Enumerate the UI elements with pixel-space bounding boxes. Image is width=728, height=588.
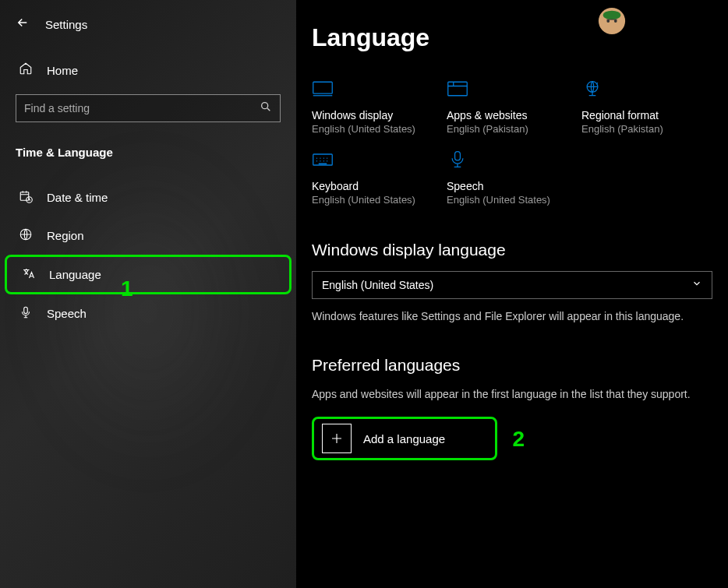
tile-title: Speech <box>447 180 575 192</box>
search-input[interactable] <box>24 102 260 114</box>
microphone-icon <box>447 150 575 172</box>
microphone-icon <box>19 305 33 322</box>
tile-title: Regional format <box>581 109 710 121</box>
language-icon <box>21 266 35 283</box>
tile-windows-display[interactable]: Windows display English (United States) <box>312 79 440 135</box>
display-language-help: Windows features like Settings and File … <box>312 308 701 325</box>
display-language-section-title: Windows display language <box>312 241 712 259</box>
svg-point-8 <box>614 19 617 23</box>
tile-subtitle: English (Pakistan) <box>447 123 575 135</box>
svg-rect-13 <box>455 152 461 160</box>
svg-point-0 <box>262 103 268 109</box>
display-language-dropdown[interactable]: English (United States) <box>312 271 712 299</box>
annotation-marker-1: 1 <box>121 276 133 301</box>
plus-icon <box>322 424 352 453</box>
window-icon <box>447 79 575 101</box>
sidebar-item-label: Date & time <box>47 191 108 204</box>
preferred-languages-help: Apps and websites will appear in the fir… <box>312 386 701 403</box>
svg-rect-10 <box>448 82 468 96</box>
tile-title: Apps & websites <box>447 109 575 121</box>
tile-subtitle: English (United States) <box>312 123 440 135</box>
category-header: Time & Language <box>0 146 296 178</box>
svg-rect-1 <box>20 192 29 201</box>
tile-speech[interactable]: Speech English (United States) <box>447 150 575 206</box>
app-title: Settings <box>45 18 87 31</box>
sidebar: Settings Home Time & Language Date & tim… <box>0 0 296 588</box>
globe-icon <box>19 227 33 244</box>
back-arrow-icon[interactable] <box>16 16 30 33</box>
language-tiles: Windows display English (United States) … <box>312 79 712 206</box>
sidebar-item-language[interactable]: Language <box>5 255 292 294</box>
sidebar-item-date-time[interactable]: Date & time <box>0 178 296 217</box>
tile-subtitle: English (Pakistan) <box>581 123 710 135</box>
preferred-languages-section-title: Preferred languages <box>312 356 712 375</box>
add-language-label: Add a language <box>363 432 445 445</box>
svg-point-7 <box>606 19 610 23</box>
tile-keyboard[interactable]: Keyboard English (United States) <box>312 150 440 206</box>
dropdown-value: English (United States) <box>322 279 433 291</box>
chevron-down-icon <box>691 278 702 292</box>
sidebar-item-label: Region <box>47 229 84 242</box>
search-box[interactable] <box>16 94 281 122</box>
tile-apps-websites[interactable]: Apps & websites English (Pakistan) <box>447 79 575 135</box>
annotation-marker-2: 2 <box>512 427 525 452</box>
add-language-button[interactable]: Add a language 2 <box>312 417 497 460</box>
search-icon <box>260 100 272 116</box>
globe-stand-icon <box>581 79 710 101</box>
main-panel: Language Windows display English (United… <box>296 0 728 588</box>
sidebar-item-label: Speech <box>47 307 87 320</box>
svg-rect-4 <box>24 307 28 313</box>
tile-subtitle: English (United States) <box>312 194 440 206</box>
home-icon <box>19 62 33 79</box>
avatar <box>597 6 627 36</box>
home-label: Home <box>47 64 78 77</box>
svg-rect-9 <box>313 82 333 93</box>
tile-subtitle: English (United States) <box>447 194 575 206</box>
home-nav[interactable]: Home <box>0 52 296 94</box>
tile-title: Keyboard <box>312 180 440 192</box>
keyboard-icon <box>312 150 440 172</box>
page-title: Language <box>312 23 712 52</box>
header-row: Settings <box>0 16 296 52</box>
monitor-icon <box>312 79 440 101</box>
svg-point-6 <box>603 11 621 19</box>
sidebar-item-region[interactable]: Region <box>0 217 296 255</box>
tile-title: Windows display <box>312 109 440 121</box>
sidebar-item-label: Language <box>49 268 101 281</box>
calendar-clock-icon <box>19 189 33 206</box>
tile-regional-format[interactable]: Regional format English (Pakistan) <box>581 79 710 135</box>
sidebar-item-speech[interactable]: Speech <box>0 294 296 333</box>
